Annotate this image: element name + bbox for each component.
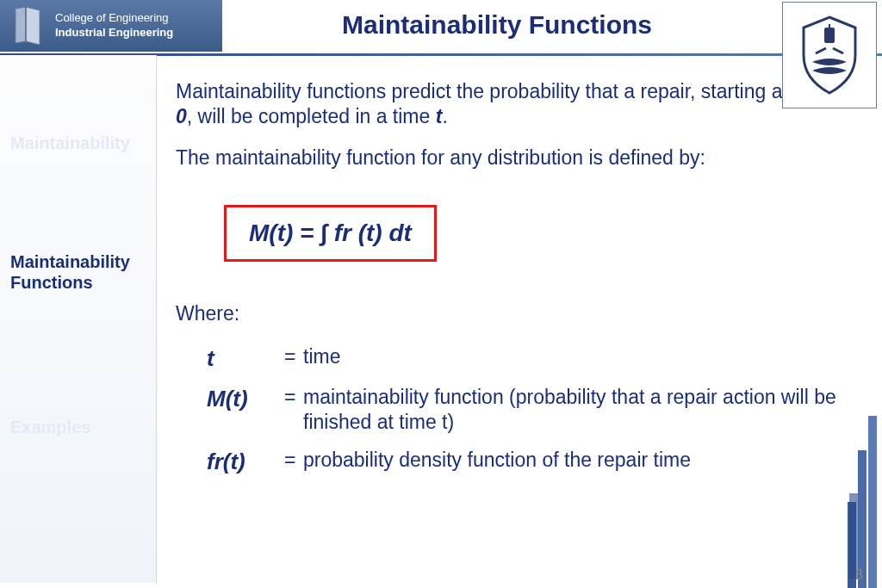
slide-content: Maintainability functions predict the pr… — [176, 79, 865, 588]
intro-paragraph-2: The maintainability function for any dis… — [176, 145, 865, 170]
dept-line2: Industrial Engineering — [55, 26, 173, 40]
intro-paragraph-1: Maintainability functions predict the pr… — [176, 79, 865, 130]
formula-box: M(t) = ∫ fr (t) dt — [224, 205, 437, 262]
desc-t: time — [303, 344, 865, 373]
equals: = — [284, 448, 303, 476]
page-title: Maintainability Functions — [224, 10, 770, 40]
definition-t: t = time — [207, 344, 865, 373]
definition-mt: M(t) = maintainability function (probabi… — [207, 385, 865, 436]
term-mt: M(t) — [207, 385, 284, 436]
sidebar-item-examples[interactable]: Examples — [10, 417, 90, 437]
book-icon — [7, 5, 48, 46]
sidebar: Maintainability Maintainability Function… — [0, 55, 157, 583]
svg-rect-1 — [824, 28, 835, 43]
desc-frt: probability density function of the repa… — [303, 448, 865, 476]
department-label: College of Engineering Industrial Engine… — [55, 11, 173, 40]
equals: = — [284, 344, 303, 373]
definition-frt: fr(t) = probability density function of … — [207, 448, 865, 476]
equals: = — [284, 385, 303, 436]
text: . — [442, 105, 447, 127]
dept-line1: College of Engineering — [55, 11, 173, 26]
university-logo — [782, 2, 877, 108]
svg-rect-7 — [868, 416, 877, 588]
header-banner: College of Engineering Industrial Engine… — [0, 0, 222, 52]
sidebar-item-maintainability[interactable]: Maintainability — [10, 133, 130, 153]
where-label: Where: — [176, 301, 865, 326]
sidebar-item-maintainability-functions[interactable]: Maintainability Functions — [10, 251, 156, 293]
text: Maintainability functions predict the pr… — [176, 80, 836, 102]
term-frt: fr(t) — [207, 448, 284, 476]
page-number: 8 — [855, 567, 863, 583]
desc-mt: maintainability function (probability th… — [303, 385, 865, 436]
text: , will be completed in a time — [187, 105, 436, 127]
term-t: t — [207, 344, 284, 373]
